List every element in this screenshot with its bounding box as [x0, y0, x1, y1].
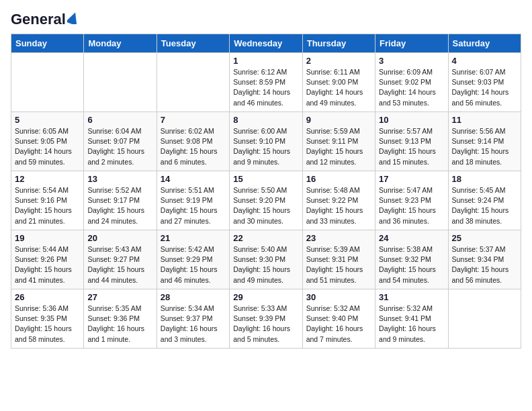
day-info: Sunrise: 5:39 AM Sunset: 9:31 PM Dayligh… — [306, 244, 371, 285]
day-number: 13 — [87, 174, 152, 184]
day-number: 30 — [306, 292, 371, 302]
day-info: Sunrise: 5:56 AM Sunset: 9:14 PM Dayligh… — [452, 126, 517, 167]
calendar-cell: 31Sunrise: 5:32 AM Sunset: 9:41 PM Dayli… — [375, 289, 448, 349]
day-info: Sunrise: 5:54 AM Sunset: 9:16 PM Dayligh… — [15, 185, 80, 226]
day-number: 2 — [306, 56, 371, 66]
logo-triangle-icon — [67, 12, 79, 27]
day-header-saturday: Saturday — [448, 34, 521, 53]
calendar-table: SundayMondayTuesdayWednesdayThursdayFrid… — [11, 34, 521, 349]
calendar-cell — [448, 289, 521, 349]
day-info: Sunrise: 5:45 AM Sunset: 9:24 PM Dayligh… — [452, 185, 517, 226]
day-number: 29 — [233, 292, 298, 302]
day-info: Sunrise: 5:40 AM Sunset: 9:30 PM Dayligh… — [233, 244, 298, 285]
day-info: Sunrise: 5:51 AM Sunset: 9:19 PM Dayligh… — [161, 185, 226, 226]
calendar-cell: 11Sunrise: 5:56 AM Sunset: 9:14 PM Dayli… — [448, 112, 521, 171]
day-info: Sunrise: 6:05 AM Sunset: 9:05 PM Dayligh… — [15, 126, 80, 167]
day-header-thursday: Thursday — [302, 34, 375, 53]
day-number: 17 — [379, 174, 444, 184]
calendar-cell: 2Sunrise: 6:11 AM Sunset: 9:00 PM Daylig… — [302, 53, 375, 112]
day-number: 8 — [233, 115, 298, 125]
day-number: 19 — [15, 233, 80, 243]
day-info: Sunrise: 5:42 AM Sunset: 9:29 PM Dayligh… — [161, 244, 226, 285]
day-info: Sunrise: 5:32 AM Sunset: 9:41 PM Dayligh… — [379, 304, 444, 345]
day-number: 28 — [161, 292, 226, 302]
day-header-friday: Friday — [375, 34, 448, 53]
day-info: Sunrise: 5:52 AM Sunset: 9:17 PM Dayligh… — [87, 185, 152, 226]
calendar-cell: 12Sunrise: 5:54 AM Sunset: 9:16 PM Dayli… — [11, 171, 84, 230]
day-info: Sunrise: 6:12 AM Sunset: 8:59 PM Dayligh… — [233, 67, 298, 108]
calendar-cell: 7Sunrise: 6:02 AM Sunset: 9:08 PM Daylig… — [157, 112, 229, 171]
calendar-cell: 6Sunrise: 6:04 AM Sunset: 9:07 PM Daylig… — [84, 112, 157, 171]
day-info: Sunrise: 6:09 AM Sunset: 9:02 PM Dayligh… — [379, 67, 444, 108]
day-number: 15 — [233, 174, 298, 184]
day-info: Sunrise: 6:02 AM Sunset: 9:08 PM Dayligh… — [161, 126, 226, 167]
calendar-cell: 27Sunrise: 5:35 AM Sunset: 9:36 PM Dayli… — [84, 289, 157, 349]
calendar-cell: 3Sunrise: 6:09 AM Sunset: 9:02 PM Daylig… — [375, 53, 448, 112]
day-info: Sunrise: 5:43 AM Sunset: 9:27 PM Dayligh… — [87, 244, 152, 285]
calendar-cell: 10Sunrise: 5:57 AM Sunset: 9:13 PM Dayli… — [375, 112, 448, 171]
day-info: Sunrise: 5:57 AM Sunset: 9:13 PM Dayligh… — [379, 126, 444, 167]
calendar-cell: 5Sunrise: 6:05 AM Sunset: 9:05 PM Daylig… — [11, 112, 84, 171]
calendar-cell: 1Sunrise: 6:12 AM Sunset: 8:59 PM Daylig… — [230, 53, 302, 112]
day-number: 3 — [379, 56, 444, 66]
day-info: Sunrise: 5:50 AM Sunset: 9:20 PM Dayligh… — [233, 185, 298, 226]
day-number: 12 — [15, 174, 80, 184]
day-number: 4 — [452, 56, 517, 66]
day-info: Sunrise: 5:35 AM Sunset: 9:36 PM Dayligh… — [87, 304, 152, 345]
day-number: 6 — [87, 115, 152, 125]
day-number: 18 — [452, 174, 517, 184]
logo: General — [11, 11, 79, 26]
calendar-header-row: SundayMondayTuesdayWednesdayThursdayFrid… — [11, 34, 521, 53]
day-info: Sunrise: 5:47 AM Sunset: 9:23 PM Dayligh… — [379, 185, 444, 226]
day-number: 22 — [233, 233, 298, 243]
calendar-week-row: 19Sunrise: 5:44 AM Sunset: 9:26 PM Dayli… — [11, 230, 521, 289]
calendar-cell — [11, 53, 84, 112]
calendar-cell: 24Sunrise: 5:38 AM Sunset: 9:32 PM Dayli… — [375, 230, 448, 289]
calendar-cell: 18Sunrise: 5:45 AM Sunset: 9:24 PM Dayli… — [448, 171, 521, 230]
calendar-cell — [157, 53, 229, 112]
calendar-week-row: 5Sunrise: 6:05 AM Sunset: 9:05 PM Daylig… — [11, 112, 521, 171]
calendar-week-row: 1Sunrise: 6:12 AM Sunset: 8:59 PM Daylig… — [11, 53, 521, 112]
day-info: Sunrise: 6:04 AM Sunset: 9:07 PM Dayligh… — [87, 126, 152, 167]
day-number: 11 — [452, 115, 517, 125]
calendar-cell: 23Sunrise: 5:39 AM Sunset: 9:31 PM Dayli… — [302, 230, 375, 289]
day-number: 1 — [233, 56, 298, 66]
svg-marker-0 — [67, 12, 79, 24]
day-header-tuesday: Tuesday — [157, 34, 229, 53]
calendar-cell: 9Sunrise: 5:59 AM Sunset: 9:11 PM Daylig… — [302, 112, 375, 171]
day-info: Sunrise: 5:34 AM Sunset: 9:37 PM Dayligh… — [161, 304, 226, 345]
calendar-week-row: 12Sunrise: 5:54 AM Sunset: 9:16 PM Dayli… — [11, 171, 521, 230]
logo-general: General — [11, 11, 66, 28]
day-number: 27 — [87, 292, 152, 302]
day-info: Sunrise: 5:38 AM Sunset: 9:32 PM Dayligh… — [379, 244, 444, 285]
calendar-cell: 8Sunrise: 6:00 AM Sunset: 9:10 PM Daylig… — [230, 112, 302, 171]
day-number: 23 — [306, 233, 371, 243]
day-number: 16 — [306, 174, 371, 184]
calendar-cell: 22Sunrise: 5:40 AM Sunset: 9:30 PM Dayli… — [230, 230, 302, 289]
calendar-cell: 20Sunrise: 5:43 AM Sunset: 9:27 PM Dayli… — [84, 230, 157, 289]
day-number: 20 — [87, 233, 152, 243]
calendar-cell: 14Sunrise: 5:51 AM Sunset: 9:19 PM Dayli… — [157, 171, 229, 230]
day-info: Sunrise: 5:36 AM Sunset: 9:35 PM Dayligh… — [15, 304, 80, 345]
day-info: Sunrise: 5:59 AM Sunset: 9:11 PM Dayligh… — [306, 126, 371, 167]
calendar-week-row: 26Sunrise: 5:36 AM Sunset: 9:35 PM Dayli… — [11, 289, 521, 349]
day-number: 21 — [161, 233, 226, 243]
calendar-cell: 21Sunrise: 5:42 AM Sunset: 9:29 PM Dayli… — [157, 230, 229, 289]
day-info: Sunrise: 5:48 AM Sunset: 9:22 PM Dayligh… — [306, 185, 371, 226]
day-header-wednesday: Wednesday — [230, 34, 302, 53]
day-info: Sunrise: 5:37 AM Sunset: 9:34 PM Dayligh… — [452, 244, 517, 285]
calendar-cell: 26Sunrise: 5:36 AM Sunset: 9:35 PM Dayli… — [11, 289, 84, 349]
day-number: 10 — [379, 115, 444, 125]
day-info: Sunrise: 5:44 AM Sunset: 9:26 PM Dayligh… — [15, 244, 80, 285]
day-header-monday: Monday — [84, 34, 157, 53]
calendar-cell: 29Sunrise: 5:33 AM Sunset: 9:39 PM Dayli… — [230, 289, 302, 349]
calendar-cell: 17Sunrise: 5:47 AM Sunset: 9:23 PM Dayli… — [375, 171, 448, 230]
calendar-cell: 25Sunrise: 5:37 AM Sunset: 9:34 PM Dayli… — [448, 230, 521, 289]
day-info: Sunrise: 6:11 AM Sunset: 9:00 PM Dayligh… — [306, 67, 371, 108]
day-number: 24 — [379, 233, 444, 243]
day-number: 31 — [379, 292, 444, 302]
calendar-cell: 30Sunrise: 5:32 AM Sunset: 9:40 PM Dayli… — [302, 289, 375, 349]
calendar-cell: 16Sunrise: 5:48 AM Sunset: 9:22 PM Dayli… — [302, 171, 375, 230]
calendar-cell: 28Sunrise: 5:34 AM Sunset: 9:37 PM Dayli… — [157, 289, 229, 349]
day-info: Sunrise: 5:32 AM Sunset: 9:40 PM Dayligh… — [306, 304, 371, 345]
